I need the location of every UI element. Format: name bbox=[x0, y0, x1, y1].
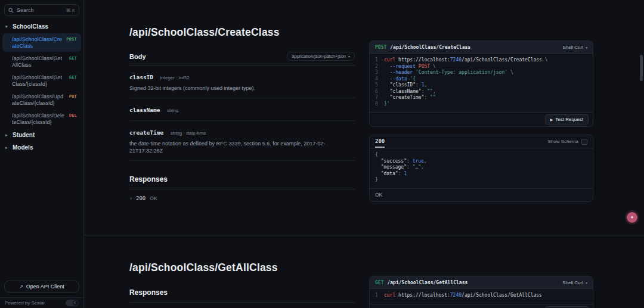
code-token: , bbox=[433, 89, 436, 95]
code-line: 1curl https://localhost:7240/api/SchoolC… bbox=[375, 57, 587, 64]
code-token: --header bbox=[390, 70, 413, 76]
sidebar-item-getclass[interactable]: /api/SchoolClass/GetClass/{classId} GET bbox=[2, 71, 81, 90]
code-token bbox=[384, 70, 390, 76]
open-api-client-label: Open API Client bbox=[26, 284, 64, 290]
code-token: --request bbox=[390, 64, 416, 70]
endpoint-title: /api/SchoolClass/CreateClass bbox=[129, 26, 355, 39]
code-token: : bbox=[422, 89, 428, 95]
code-token: \ bbox=[430, 64, 436, 70]
powered-by-label: Powered by Scalar bbox=[5, 300, 45, 306]
sidebar-group-schoolclass[interactable]: ▾ SchoolClass bbox=[2, 20, 81, 33]
code-token: , bbox=[424, 158, 427, 165]
code-token: : bbox=[416, 82, 422, 89]
sidebar-item-deleteclass[interactable]: /api/SchoolClass/DeleteClass/{classId} D… bbox=[2, 110, 81, 128]
endpoint-docs-column: /api/SchoolClass/GetAllClass Responses ›… bbox=[129, 262, 355, 308]
line-number: 8 bbox=[375, 101, 384, 108]
response-row-200[interactable]: › 200 OK bbox=[129, 303, 355, 308]
show-schema-toggle[interactable]: Show Schema bbox=[547, 135, 587, 148]
chevron-right-icon: › bbox=[130, 195, 132, 201]
field-name: createTime bbox=[129, 129, 163, 136]
endpoint-docs-column: /api/SchoolClass/CreateClass Body applic… bbox=[129, 26, 355, 207]
sidebar-item-getallclass[interactable]: /api/SchoolClass/GetAllClass GET bbox=[2, 52, 81, 71]
field-classid: classID integer · int32 Signed 32-bit in… bbox=[129, 66, 355, 98]
scrollbar[interactable] bbox=[640, 0, 643, 308]
request-card-header: POST /api/SchoolClass/CreateClass Shell … bbox=[370, 41, 593, 54]
sidebar-group-label: Models bbox=[13, 144, 33, 151]
chevron-right-icon: ▸ bbox=[5, 133, 10, 138]
code-token: , bbox=[424, 82, 427, 89]
content-type-select[interactable]: application/json-patch+json ▾ bbox=[287, 52, 355, 61]
code-token: : bbox=[407, 164, 413, 171]
code-line: } bbox=[375, 177, 587, 183]
dark-mode-toggle[interactable]: ☾ bbox=[66, 300, 79, 306]
powered-by-row: Powered by Scalar ☾ bbox=[0, 297, 83, 308]
sidebar-item-label: /api/SchoolClass/GetClass/{classId} bbox=[12, 74, 62, 87]
endpoint-example-column: POST /api/SchoolClass/CreateClass Shell … bbox=[369, 26, 593, 207]
request-card-footer: ▶ Test Request bbox=[370, 112, 593, 126]
sidebar-group-models[interactable]: ▸ Models bbox=[2, 141, 81, 154]
response-row-200[interactable]: › 200 OK bbox=[129, 189, 355, 207]
open-api-client-button[interactable]: ↗ Open API Client bbox=[4, 281, 79, 293]
sidebar-item-createclass[interactable]: /api/SchoolClass/CreateClass POST bbox=[2, 33, 81, 52]
responses-heading: Responses bbox=[129, 175, 355, 189]
search-placeholder: Search bbox=[17, 7, 63, 13]
curl-code-block[interactable]: 1curl https://localhost:7240/api/SchoolC… bbox=[370, 289, 593, 304]
line-number: 6 bbox=[375, 89, 384, 95]
method-badge-post: POST bbox=[66, 36, 77, 43]
code-token: /api/SchoolClass/GetAllClass bbox=[462, 293, 542, 299]
sidebar: Search ⌘ K ▾ SchoolClass /api/SchoolClas… bbox=[0, 0, 84, 308]
code-line: 4 --data '{ bbox=[375, 76, 587, 83]
code-line: 3 --header 'Content-Type: application/js… bbox=[375, 70, 587, 76]
moon-icon: ☾ bbox=[73, 300, 78, 306]
code-token: \ bbox=[507, 70, 513, 76]
code-token: "className" bbox=[384, 89, 422, 95]
code-token bbox=[384, 64, 390, 70]
code-token: true bbox=[413, 158, 424, 165]
code-token: "createTime" bbox=[384, 95, 424, 101]
chevron-down-icon: ▾ bbox=[348, 54, 350, 58]
show-schema-checkbox[interactable] bbox=[581, 139, 587, 145]
field-createtime: createTime string · date-time the date-t… bbox=[129, 121, 355, 161]
scrollbar-thumb[interactable] bbox=[640, 55, 643, 81]
floating-action-button[interactable]: ✦ bbox=[627, 212, 637, 223]
curl-code-block[interactable]: 1curl https://localhost:7240/api/SchoolC… bbox=[370, 54, 593, 112]
response-status-code: 200 bbox=[136, 195, 145, 201]
language-select[interactable]: Shell Curl ▾ bbox=[562, 280, 587, 285]
code-token: "" bbox=[427, 89, 433, 95]
search-icon bbox=[8, 8, 14, 13]
response-card-header: 200 Show Schema bbox=[370, 135, 593, 148]
code-line: "data": 1 bbox=[375, 171, 587, 178]
request-example-card: POST /api/SchoolClass/CreateClass Shell … bbox=[369, 41, 593, 127]
sidebar-item-updateclass[interactable]: /api/SchoolClass/UpdateClass/{classId} P… bbox=[2, 91, 81, 109]
endpoint-title: /api/SchoolClass/GetAllClass bbox=[129, 262, 355, 274]
code-token: 1 bbox=[404, 171, 407, 178]
responses-heading: Responses bbox=[129, 288, 355, 303]
code-token: 7240 bbox=[450, 57, 462, 64]
code-token: https://localhost: bbox=[398, 293, 450, 299]
field-name: className bbox=[129, 107, 160, 113]
chevron-down-icon: ▾ bbox=[586, 45, 587, 49]
sidebar-group-student[interactable]: ▸ Student bbox=[2, 129, 81, 141]
code-line: 2 --request POST \ bbox=[375, 64, 587, 70]
test-request-button[interactable]: ▶ Test Request bbox=[545, 306, 589, 308]
code-line: 5 "classID": 1, bbox=[375, 82, 587, 89]
content-type-value: application/json-patch+json bbox=[292, 54, 346, 59]
code-line: 1curl https://localhost:7240/api/SchoolC… bbox=[375, 293, 587, 299]
language-select[interactable]: Shell Curl ▾ bbox=[562, 45, 587, 50]
test-request-button[interactable]: ▶ Test Request bbox=[545, 114, 589, 125]
sidebar-footer: ↗ Open API Client bbox=[0, 276, 83, 297]
sidebar-item-label: /api/SchoolClass/CreateClass bbox=[12, 36, 62, 49]
request-card-header: GET /api/SchoolClass/GetAllClass Shell C… bbox=[370, 276, 593, 289]
code-line: "message": "…", bbox=[375, 164, 587, 171]
field-name: classID bbox=[129, 74, 153, 80]
sidebar-group-label: Student bbox=[13, 132, 35, 138]
code-line: 6 "className": "", bbox=[375, 89, 587, 95]
response-status-tab[interactable]: 200 bbox=[375, 135, 385, 148]
line-number: 1 bbox=[375, 57, 384, 64]
response-json-block: { "success": true, "message": "…", "data… bbox=[370, 148, 593, 188]
field-classname: className string bbox=[129, 98, 355, 121]
code-token: POST bbox=[419, 64, 430, 70]
sidebar-item-label: /api/SchoolClass/UpdateClass/{classId} bbox=[12, 94, 63, 106]
body-heading: Body bbox=[129, 53, 146, 60]
search-input[interactable]: Search ⌘ K bbox=[4, 4, 79, 16]
